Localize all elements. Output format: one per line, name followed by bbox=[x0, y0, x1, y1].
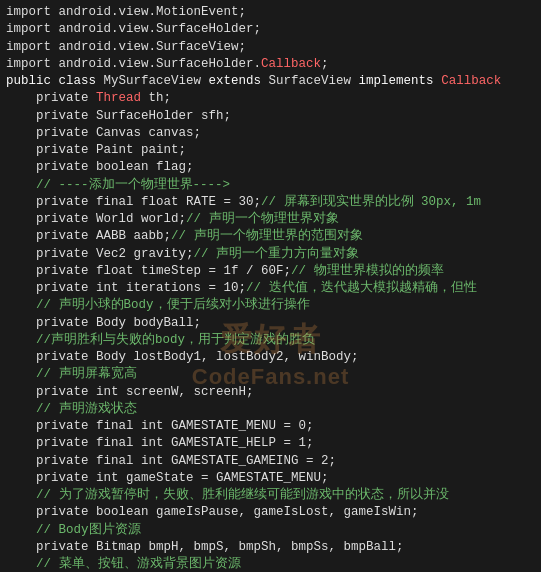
code-line: //声明胜利与失败的body，用于判定游戏的胜负 bbox=[6, 332, 535, 349]
code-line: // ----添加一个物理世界----> bbox=[6, 177, 535, 194]
code-line: import android.view.SurfaceHolder; bbox=[6, 21, 535, 38]
code-line: private World world;// 声明一个物理世界对象 bbox=[6, 211, 535, 228]
code-line: private int gameState = GAMESTATE_MENU; bbox=[6, 470, 535, 487]
code-line: // 声明屏幕宽高 bbox=[6, 366, 535, 383]
code-line: private int iterations = 10;// 迭代值，迭代越大模… bbox=[6, 280, 535, 297]
code-line: private final float RATE = 30;// 屏幕到现实世界… bbox=[6, 194, 535, 211]
code-line: private Body lostBody1, lostBody2, winBo… bbox=[6, 349, 535, 366]
code-line: private final int GAMESTATE_GAMEING = 2; bbox=[6, 453, 535, 470]
code-line: private Bitmap bmpH, bmpS, bmpSh, bmpSs,… bbox=[6, 539, 535, 556]
code-line: private final int GAMESTATE_MENU = 0; bbox=[6, 418, 535, 435]
code-line: private Canvas canvas; bbox=[6, 125, 535, 142]
code-line: private final int GAMESTATE_HELP = 1; bbox=[6, 435, 535, 452]
code-line: // 菜单、按钮、游戏背景图片资源 bbox=[6, 556, 535, 572]
code-line: // 声明小球的Body，便于后续对小球进行操作 bbox=[6, 297, 535, 314]
code-line: private boolean flag; bbox=[6, 159, 535, 176]
code-line: private Thread th; bbox=[6, 90, 535, 107]
code-line: import android.view.SurfaceView; bbox=[6, 39, 535, 56]
code-line: private float timeStep = 1f / 60F;// 物理世… bbox=[6, 263, 535, 280]
code-line: private SurfaceHolder sfh; bbox=[6, 108, 535, 125]
code-line: // 声明游戏状态 bbox=[6, 401, 535, 418]
code-line: // Body图片资源 bbox=[6, 522, 535, 539]
code-line: private boolean gameIsPause, gameIsLost,… bbox=[6, 504, 535, 521]
code-editor: import android.view.MotionEvent;import a… bbox=[0, 0, 541, 572]
code-line: private Body bodyBall; bbox=[6, 315, 535, 332]
code-line: private int screenW, screenH; bbox=[6, 384, 535, 401]
code-line: import android.view.SurfaceHolder.Callba… bbox=[6, 56, 535, 73]
code-line: private Vec2 gravity;// 声明一个重力方向量对象 bbox=[6, 246, 535, 263]
code-line: // 为了游戏暂停时，失败、胜利能继续可能到游戏中的状态，所以并没 bbox=[6, 487, 535, 504]
code-line: private Paint paint; bbox=[6, 142, 535, 159]
code-line: public class MySurfaceView extends Surfa… bbox=[6, 73, 535, 90]
code-line: import android.view.MotionEvent; bbox=[6, 4, 535, 21]
code-line: private AABB aabb;// 声明一个物理世界的范围对象 bbox=[6, 228, 535, 245]
